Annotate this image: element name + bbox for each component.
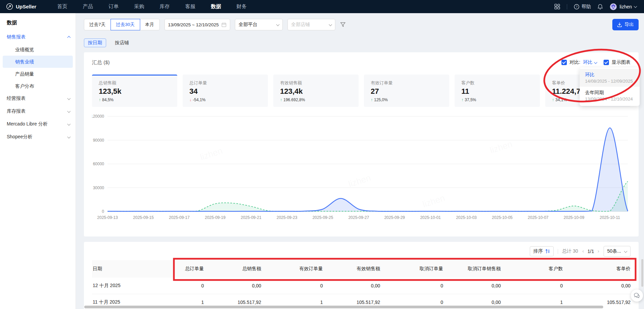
- cell-value: 0: [501, 278, 563, 294]
- col-header-4[interactable]: 有效销售额: [323, 260, 380, 278]
- sidebar-item[interactable]: 客户分布: [3, 80, 73, 92]
- show-chart-checkbox[interactable]: [604, 60, 609, 65]
- range-preset-2[interactable]: 本月: [140, 19, 160, 30]
- metric-delta: ↑37,5%: [461, 97, 533, 102]
- sidebar-title: 数据: [0, 13, 75, 31]
- range-preset-0[interactable]: 过去7天: [84, 19, 111, 30]
- svg-text:90000: 90000: [93, 138, 104, 143]
- col-header-6[interactable]: 取消订单销售额: [443, 260, 501, 278]
- svg-text:2025-09-27: 2025-09-27: [348, 215, 369, 220]
- col-header-5[interactable]: 取消订单量: [380, 260, 443, 278]
- range-preset-1[interactable]: 过去30天: [111, 19, 140, 30]
- svg-text:2025-09-23: 2025-09-23: [277, 215, 298, 220]
- col-header-8[interactable]: 客单价: [563, 260, 631, 278]
- sidebar-group-label: Shopee分析: [7, 134, 32, 140]
- compare-options-dropdown: 环比14/08/2025 - 12/09/2025去年同期13/09/2024 …: [580, 67, 640, 106]
- date-range-picker[interactable]: 13/09/2025 ~ 12/10/2025: [164, 19, 231, 30]
- show-chart-label: 显示图表: [612, 59, 631, 65]
- date-range-preset-group: 过去7天过去30天本月: [84, 19, 160, 30]
- metric-delta: ↓-54,1%: [189, 97, 261, 102]
- sort-icon: [545, 249, 550, 254]
- metric-card-1[interactable]: 总订单量34↓-54,1%: [183, 75, 268, 107]
- nav-item-2[interactable]: 订单: [109, 3, 119, 10]
- svg-text:2025-09-17: 2025-09-17: [169, 215, 190, 220]
- sidebar-group-3[interactable]: Mercado Libre 分析: [0, 118, 75, 131]
- sidebar-item[interactable]: 业绩概览: [3, 44, 73, 56]
- compare-type-select[interactable]: 环比: [583, 59, 597, 65]
- nav-item-7[interactable]: 财务: [237, 3, 247, 10]
- sidebar-item[interactable]: 产品销量: [3, 68, 73, 80]
- metric-card-0[interactable]: 总销售额123,5k↑84,5%: [92, 75, 177, 107]
- sidebar-group-4[interactable]: Shopee分析: [0, 131, 75, 143]
- metric-card-4[interactable]: 客户数11↑37,5%: [455, 75, 540, 107]
- filter-bar: 过去7天过去30天本月 13/09/2025 ~ 12/10/2025 全部平台…: [84, 19, 639, 31]
- main-content: 过去7天过去30天本月 13/09/2025 ~ 12/10/2025 全部平台…: [76, 13, 644, 309]
- compare-option-1[interactable]: 去年同期13/09/2024 - 12/10/2024: [580, 87, 640, 105]
- svg-text:2025-09-21: 2025-09-21: [241, 215, 262, 220]
- top-navigation: UpSeller 首页产品订单采购库存客服数据财务 ? 帮助 S lizhen: [0, 0, 644, 13]
- col-header-1[interactable]: 总订单量: [147, 260, 204, 278]
- compare-option-0[interactable]: 环比14/08/2025 - 12/09/2025: [580, 69, 640, 87]
- avatar: S: [610, 3, 617, 10]
- apps-grid-icon[interactable]: [554, 4, 560, 9]
- metric-label: 总订单量: [189, 80, 261, 86]
- prev-page-icon[interactable]: ‹: [582, 248, 584, 254]
- help-button[interactable]: ? 帮助: [574, 4, 591, 10]
- nav-item-1[interactable]: 产品: [83, 3, 93, 10]
- metric-delta-value: 84,5%: [102, 97, 114, 102]
- user-menu[interactable]: S lizhen: [610, 3, 637, 10]
- controls-divider: [558, 249, 558, 254]
- vertical-scrollbar[interactable]: [641, 259, 643, 287]
- page-size-select[interactable]: 50条...: [604, 246, 631, 257]
- compare-checkbox[interactable]: [561, 60, 567, 65]
- advanced-filter-button[interactable]: [340, 22, 346, 28]
- next-page-icon[interactable]: ›: [597, 248, 600, 254]
- sidebar-group-0[interactable]: 销售报表: [0, 31, 75, 44]
- svg-text:?: ?: [576, 5, 578, 8]
- shop-select[interactable]: 全部店铺: [287, 19, 335, 30]
- col-header-3[interactable]: 有效订单量: [261, 260, 323, 278]
- nav-item-5[interactable]: 客服: [185, 3, 195, 10]
- sidebar-item[interactable]: 销售业绩: [3, 56, 73, 68]
- detail-table-card: 排序 总计 30 ‹ 1/1 › 50条... 日期总订单量总销售额有效订单量有…: [84, 242, 639, 309]
- sidebar-group-1[interactable]: 经营报表: [0, 92, 75, 105]
- nav-item-4[interactable]: 库存: [160, 3, 170, 10]
- tab-0[interactable]: 按日期: [84, 38, 106, 47]
- notifications-bell-icon[interactable]: [597, 4, 603, 9]
- nav-item-0[interactable]: 首页: [57, 3, 67, 10]
- nav-item-6[interactable]: 数据: [211, 3, 221, 10]
- nav-item-3[interactable]: 采购: [134, 3, 144, 10]
- horizontal-scrollbar[interactable]: [84, 306, 603, 308]
- metric-card-2[interactable]: 有效销售额123,4k↑196.692,8%: [273, 75, 359, 107]
- col-header-7[interactable]: 客户数: [501, 260, 563, 278]
- series-area-1: [108, 128, 628, 212]
- chevron-down-icon: [276, 23, 280, 26]
- export-label: 导出: [624, 22, 634, 28]
- main-menu: 首页产品订单采购库存客服数据财务: [57, 3, 247, 10]
- sidebar: 数据 销售报表业绩概览销售业绩产品销量客户分布经营报表库存报表Mercado L…: [0, 13, 76, 309]
- col-header-2[interactable]: 总销售额: [204, 260, 261, 278]
- date-range-value: 13/09/2025 ~ 12/10/2025: [168, 22, 219, 27]
- compare-controls: 对比: 环比 显示图表 环比14/08/2025 - 12/09/2025去年同…: [561, 59, 631, 65]
- pagination: ‹ 1/1 ›: [582, 248, 599, 254]
- chat-support-button[interactable]: [631, 289, 643, 302]
- brand-logo[interactable]: UpSeller: [6, 3, 36, 10]
- metric-cards-row: 总销售额123,5k↑84,5%总订单量34↓-54,1%有效销售额123,4k…: [92, 75, 631, 107]
- chevron-down-icon: [67, 135, 71, 138]
- sidebar-group-2[interactable]: 库存报表: [0, 105, 75, 118]
- svg-text:30000: 30000: [93, 186, 104, 190]
- metric-delta-value: 34,1%: [555, 97, 567, 102]
- view-tabs: 按日期按店铺: [84, 38, 639, 48]
- sort-button[interactable]: 排序: [530, 246, 554, 256]
- metric-delta: ↑196.692,8%: [280, 97, 352, 102]
- platform-select[interactable]: 全部平台: [235, 19, 283, 30]
- page-indicator: 1/1: [587, 249, 594, 254]
- tab-1[interactable]: 按店铺: [111, 38, 133, 47]
- series-area-0: [108, 181, 628, 212]
- metric-card-3[interactable]: 有效订单量27↑125,0%: [364, 75, 449, 107]
- svg-text:0: 0: [102, 209, 104, 214]
- cell-value: 0,00: [563, 278, 631, 294]
- export-button[interactable]: 导出: [612, 19, 639, 30]
- brand-name: UpSeller: [16, 4, 36, 9]
- col-header-0[interactable]: 日期: [92, 260, 147, 278]
